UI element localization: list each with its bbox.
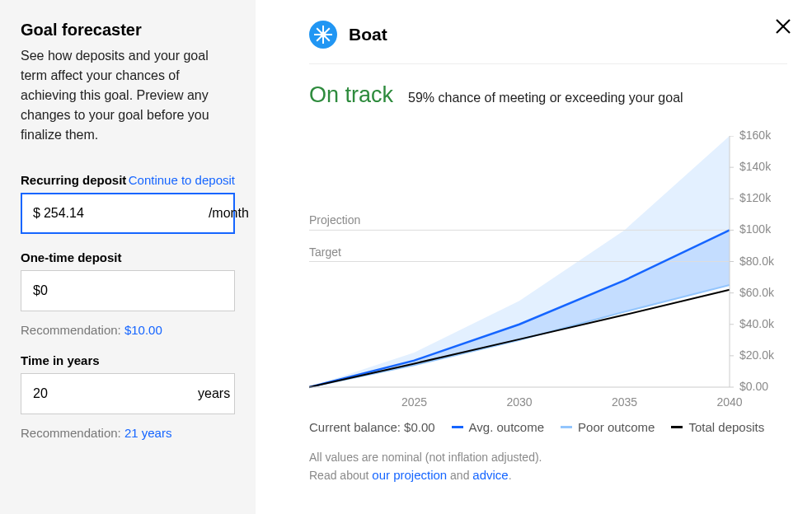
- recurring-deposit-label: Recurring deposit: [21, 173, 126, 187]
- footnote: All values are nominal (not inflation ad…: [309, 449, 787, 485]
- recurring-deposit-input-wrap[interactable]: $ /month: [21, 193, 235, 234]
- onetime-deposit-input-wrap[interactable]: [21, 270, 235, 311]
- sidebar-title: Goal forecaster: [21, 21, 235, 40]
- onetime-deposit-label: One-time deposit: [21, 250, 122, 264]
- onetime-rec-value[interactable]: $10.00: [124, 323, 162, 337]
- sidebar: Goal forecaster See how deposits and you…: [0, 0, 256, 514]
- projection-ref-label: Projection: [309, 213, 360, 227]
- y-tick-label: $0.00: [739, 380, 768, 393]
- footnote-line-2: Read about our projection and advice.: [309, 466, 787, 485]
- time-recommendation: Recommendation: 21 years: [21, 426, 235, 440]
- y-tick-label: $40.0k: [739, 317, 774, 330]
- status-label: On track: [309, 82, 393, 108]
- y-tick-label: $120k: [739, 191, 771, 204]
- sidebar-subtitle: See how deposits and your goal term affe…: [21, 46, 235, 145]
- x-tick-label: 2040: [716, 395, 742, 409]
- continue-to-deposit-link[interactable]: Continue to deposit: [129, 173, 235, 187]
- x-tick-label: 2030: [506, 395, 532, 409]
- status-row: On track 59% chance of meeting or exceed…: [309, 82, 787, 108]
- time-suffix: years: [198, 386, 230, 401]
- y-tick-label: $80.0k: [739, 255, 774, 268]
- projection-link[interactable]: our projection: [372, 468, 447, 482]
- svg-point-7: [321, 32, 326, 38]
- chart-legend: Current balance: $0.00 Avg. outcome Poor…: [309, 420, 787, 434]
- y-tick-label: $140k: [739, 160, 771, 173]
- time-input-wrap[interactable]: years: [21, 373, 235, 414]
- legend-poor-outcome: Poor outcome: [561, 420, 655, 434]
- recurring-deposit-group: Recurring deposit Continue to deposit $ …: [21, 173, 235, 234]
- recurring-deposit-suffix: /month: [209, 206, 249, 221]
- goal-name: Boat: [349, 25, 387, 44]
- main-panel: Boat On track 59% chance of meeting or e…: [256, 0, 812, 514]
- forecast-chart: Projection Target $0.00$20.0k$40.0k$60.0…: [309, 136, 787, 412]
- x-tick-label: 2035: [612, 395, 637, 409]
- currency-prefix: $: [33, 206, 40, 221]
- legend-avg-outcome: Avg. outcome: [452, 420, 544, 434]
- onetime-recommendation: Recommendation: $10.00: [21, 323, 235, 337]
- goal-header: Boat: [309, 21, 787, 64]
- current-balance-label: Current balance: $0.00: [309, 420, 435, 434]
- close-button[interactable]: [775, 18, 791, 38]
- status-description: 59% chance of meeting or exceeding your …: [408, 91, 683, 105]
- onetime-rec-label: Recommendation:: [21, 323, 124, 337]
- time-group: Time in years years Recommendation: 21 y…: [21, 353, 235, 440]
- y-tick-label: $60.0k: [739, 286, 774, 299]
- legend-total-deposits: Total deposits: [671, 420, 764, 434]
- recurring-deposit-input[interactable]: [44, 206, 209, 221]
- advice-link[interactable]: advice: [472, 468, 508, 482]
- footnote-line-1: All values are nominal (not inflation ad…: [309, 449, 787, 466]
- time-rec-label: Recommendation:: [21, 426, 124, 440]
- time-label: Time in years: [21, 353, 100, 367]
- boat-goal-icon: [309, 21, 337, 49]
- time-rec-value[interactable]: 21 years: [124, 426, 172, 440]
- y-tick-label: $160k: [739, 128, 771, 142]
- onetime-deposit-group: One-time deposit Recommendation: $10.00: [21, 250, 235, 337]
- close-icon: [775, 18, 791, 35]
- onetime-deposit-input[interactable]: [33, 283, 223, 298]
- target-ref-label: Target: [309, 245, 341, 259]
- y-tick-label: $100k: [739, 222, 771, 236]
- y-tick-label: $20.0k: [739, 348, 774, 362]
- x-tick-label: 2025: [401, 395, 427, 409]
- time-input[interactable]: [33, 386, 198, 401]
